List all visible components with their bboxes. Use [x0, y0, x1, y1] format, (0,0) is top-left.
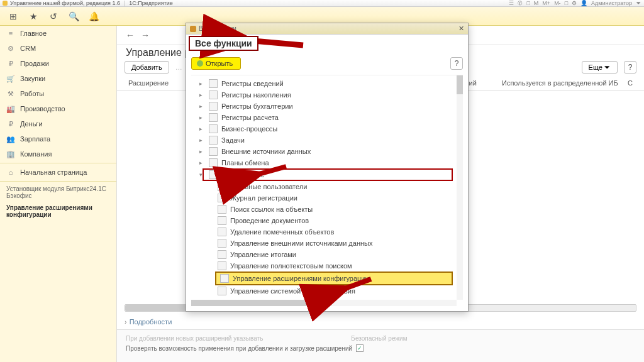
tb-icon-m[interactable]: M	[534, 0, 539, 6]
folder-icon	[209, 102, 218, 111]
col-extension[interactable]: Расширение	[125, 77, 175, 89]
sidebar-icon-2: ₽	[6, 59, 15, 68]
bell-icon[interactable]: 🔔	[88, 11, 99, 22]
sidebar-item-7[interactable]: 👥Зарплата	[0, 131, 116, 146]
details-toggle[interactable]: Подробности	[125, 318, 172, 326]
tb-icon-mplus[interactable]: M+	[542, 0, 550, 6]
sidebar-item-0[interactable]: ≡Главное	[0, 26, 116, 41]
doc-icon	[218, 287, 226, 295]
tree-parent-6[interactable]: ▸Внешние источники данных	[206, 146, 453, 157]
open-button[interactable]: Открыть	[191, 57, 241, 70]
sidebar-start-label: Начальная страница	[20, 168, 87, 176]
folder-icon	[209, 147, 218, 156]
sidebar-icon-6: ₽	[6, 119, 15, 128]
search-icon[interactable]: 🔍	[68, 11, 79, 22]
dialog-titlebar[interactable]: Все функции ✕	[186, 23, 468, 35]
all-functions-dialog: Все функции ✕ Все функции Открыть ? ▸Рег…	[186, 23, 469, 312]
sidebar-item-1[interactable]: ⚙CRM	[0, 41, 116, 56]
sidebar-icon-0: ≡	[6, 29, 15, 38]
tree-child-1[interactable]: Журнал регистрации	[218, 192, 453, 204]
tree-child-last[interactable]: Управление системой взаимодействия	[218, 285, 453, 297]
sidebar-sub-0[interactable]: Установщик модуля Битрикс24.1С Бэкофис	[0, 183, 116, 202]
tb-icon-mminus[interactable]: M-	[554, 0, 561, 6]
sidebar-start-page[interactable]: ⌂ Начальная страница	[0, 165, 116, 180]
tree-child-7[interactable]: Управление полнотекстовым поиском	[218, 260, 453, 272]
sidebar-icon-4: ⚒	[6, 89, 15, 98]
tree-view: ▸Регистры сведений▸Регистры накопления▸Р…	[191, 75, 463, 306]
back-button[interactable]: ←	[125, 30, 136, 41]
sidebar: ≡Главное⚙CRM₽Продажи🛒Закупки⚒Работы🏭Прои…	[0, 26, 117, 362]
tb-icon-call[interactable]: ✆	[518, 0, 523, 6]
doc-icon	[218, 182, 226, 191]
star-icon[interactable]: ★	[28, 11, 39, 22]
tb-icon-menu[interactable]: ☰	[509, 0, 514, 6]
col-c[interactable]: С	[624, 77, 636, 89]
tb-icon-win2[interactable]: □	[565, 0, 568, 6]
tree-child-0[interactable]: Активные пользователи	[218, 181, 453, 192]
doc-icon	[218, 250, 226, 259]
tree-parent-7[interactable]: ▸Планы обмена	[206, 157, 453, 168]
folder-icon	[209, 124, 218, 133]
doc-icon	[220, 274, 229, 283]
doc-icon	[218, 216, 226, 225]
tb-icon-win1[interactable]: □	[526, 0, 530, 6]
open-dot-icon	[197, 60, 203, 67]
tree-parent-4[interactable]: ▸Бизнес-процессы	[206, 123, 453, 134]
doc-icon	[218, 205, 226, 214]
col-distributed[interactable]: Используется в распределенной ИБ	[498, 77, 624, 89]
folder-icon	[209, 79, 218, 88]
doc-icon	[218, 261, 226, 270]
folder-icon	[209, 113, 218, 122]
app-icon	[3, 1, 8, 6]
titlebar-product: 1С:Предприятие	[129, 0, 172, 6]
tree-child-6[interactable]: Управление итогами	[218, 249, 453, 260]
forward-button[interactable]: →	[140, 30, 151, 41]
tree-hscroll[interactable]	[191, 300, 457, 306]
tree-child-3[interactable]: Проведение документов	[218, 215, 453, 226]
tree-parent-3[interactable]: ▸Регистры расчета	[206, 112, 453, 123]
folder-icon	[209, 136, 218, 145]
history-icon[interactable]: ↺	[48, 11, 59, 22]
footer-checkbox[interactable]: ✓	[356, 344, 364, 352]
tree-vscroll[interactable]	[457, 75, 463, 300]
doc-icon	[218, 194, 226, 202]
tree-parent-2[interactable]: ▸Регистры бухгалтерии	[206, 101, 453, 112]
sidebar-item-2[interactable]: ₽Продажи	[0, 56, 116, 71]
sidebar-icon-7: 👥	[6, 134, 15, 143]
tree-standard[interactable]: ▾Стандартные	[203, 168, 453, 181]
sidebar-sub-1[interactable]: Управление расширениями конфигурации	[0, 202, 116, 221]
grid-icon[interactable]: ⊞	[8, 11, 19, 22]
add-button[interactable]: Добавить	[125, 61, 169, 74]
tree-parent-1[interactable]: ▸Регистры накопления	[206, 89, 453, 101]
titlebar-user[interactable]: Администратор	[591, 0, 632, 6]
footer-panel: При добавлении новых расширений указыват…	[117, 329, 644, 362]
tree-child-5[interactable]: Управление внешними источниками данных	[218, 238, 453, 249]
folder-icon	[209, 170, 218, 179]
sidebar-item-8[interactable]: 🏢Компания	[0, 146, 116, 162]
folder-icon	[209, 90, 218, 99]
help-button[interactable]: ?	[624, 61, 636, 74]
tree-child-4[interactable]: Удаление помеченных объектов	[218, 226, 453, 238]
tb-icon-gear[interactable]: ⚙	[572, 0, 577, 6]
tree-parent-5[interactable]: ▸Задачи	[206, 134, 453, 146]
sidebar-icon-3: 🛒	[6, 74, 15, 83]
sidebar-item-6[interactable]: ₽Деньги	[0, 116, 116, 131]
tree-parent-0[interactable]: ▸Регистры сведений	[206, 78, 453, 89]
close-icon[interactable]: ✕	[458, 25, 464, 33]
window-titlebar: Управление нашей фирмой, редакция 1.6 | …	[0, 0, 644, 7]
dialog-icon	[190, 26, 196, 32]
tree-child-highlighted[interactable]: Управление расширениями конфигурации	[215, 272, 453, 285]
sidebar-item-4[interactable]: ⚒Работы	[0, 86, 116, 101]
sidebar-item-3[interactable]: 🛒Закупки	[0, 71, 116, 86]
footer-faded1: При добавлении новых расширений указыват…	[126, 335, 263, 342]
tree-child-2[interactable]: Поиск ссылок на объекты	[218, 204, 453, 215]
doc-icon	[218, 228, 226, 236]
dialog-main-title: Все функции	[189, 36, 258, 51]
folder-icon	[209, 158, 218, 167]
sidebar-icon-1: ⚙	[6, 44, 15, 53]
more-button[interactable]: Еще⏷	[582, 61, 618, 74]
dialog-help-button[interactable]: ?	[450, 57, 463, 70]
home-icon: ⌂	[6, 168, 15, 177]
sidebar-item-5[interactable]: 🏭Производство	[0, 101, 116, 116]
dialog-title-text: Все функции	[199, 25, 236, 32]
